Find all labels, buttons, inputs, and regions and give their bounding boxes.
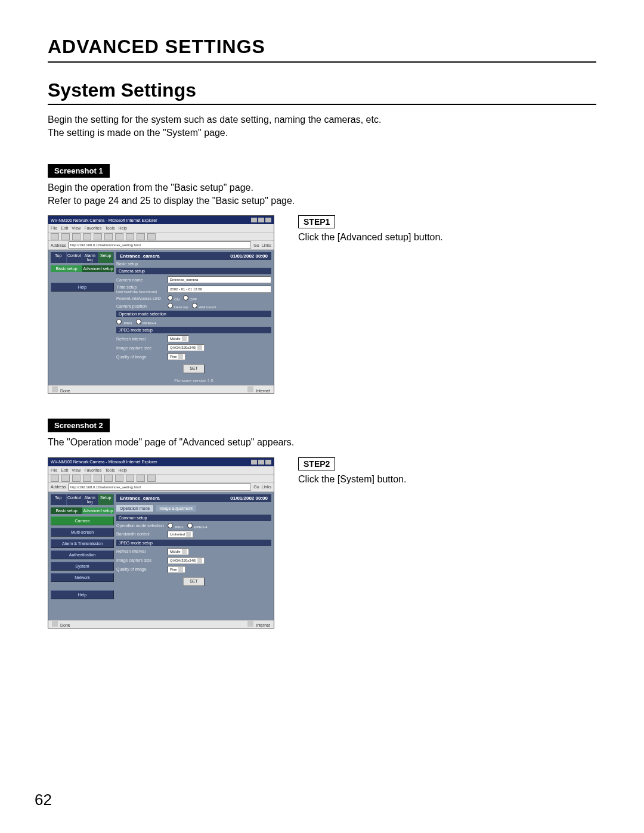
quality-select[interactable]: Fine — [168, 566, 185, 573]
screenshot-2-window: WV-NM100 Network Camera - Microsoft Inte… — [48, 457, 274, 628]
links-label[interactable]: Links — [262, 243, 271, 247]
go-button[interactable]: Go — [253, 243, 259, 247]
refresh-select[interactable]: Middle — [168, 548, 189, 555]
opmode-jpeg-radio[interactable]: JPEG — [168, 523, 184, 529]
forward-icon[interactable] — [61, 475, 70, 482]
menu-help[interactable]: Help — [119, 468, 127, 472]
minimize-icon[interactable] — [251, 460, 257, 465]
subtab-operation-mode[interactable]: Operation mode — [116, 505, 153, 512]
maximize-icon[interactable] — [258, 218, 264, 222]
firmware-version: Firmware version 1.0 — [116, 379, 271, 383]
refresh-select[interactable]: Middle — [168, 335, 189, 342]
tab-advanced-setup[interactable]: Advanced setup — [82, 265, 114, 272]
sidebar-item-help[interactable]: Help — [51, 590, 114, 599]
screenshot-1-desc-2: Refer to page 24 and 25 to display the "… — [48, 196, 295, 206]
opmode-mpeg4-radio[interactable]: MPEG-4 — [136, 319, 156, 325]
tab-alarmlog[interactable]: Alarm log — [82, 494, 98, 505]
refresh-icon[interactable] — [83, 233, 91, 240]
menu-view[interactable]: View — [72, 468, 80, 472]
sidebar-item-camera[interactable]: Camera — [51, 516, 114, 525]
led-on-radio[interactable]: ON — [168, 295, 179, 301]
refresh-icon[interactable] — [83, 475, 91, 482]
menu-edit[interactable]: Edit — [61, 468, 68, 472]
time-setup-field[interactable]: 2002 - 01 - 01 12:00 — [168, 286, 271, 293]
stop-icon[interactable] — [72, 233, 80, 240]
favorites-icon[interactable] — [115, 233, 123, 240]
address-input[interactable]: http://192.168.0.10/admin/index_setting.… — [69, 484, 252, 491]
stop-icon[interactable] — [72, 475, 80, 482]
status-internet: Internet — [256, 623, 270, 627]
menu-view[interactable]: View — [72, 226, 80, 230]
home-icon[interactable] — [94, 233, 102, 240]
maximize-icon[interactable] — [258, 460, 264, 465]
set-button[interactable]: SET — [183, 364, 205, 373]
menu-help[interactable]: Help — [119, 226, 127, 230]
tab-control[interactable]: Control — [67, 252, 83, 263]
address-input[interactable]: http://192.168.0.10/admin/index_setting.… — [69, 241, 252, 249]
bandwidth-select[interactable]: Unlimited — [168, 531, 193, 538]
screenshot-1-desc-1: Begin the operation from the "Basic setu… — [48, 182, 253, 193]
menu-favorites[interactable]: Favorites — [84, 226, 101, 230]
sidebar-item-help[interactable]: Help — [51, 283, 114, 292]
sidebar-item-alarm[interactable]: Alarm & Transmission — [51, 539, 114, 548]
position-desktop-radio[interactable]: Desk top — [168, 303, 188, 309]
opmode-jpeg-radio[interactable]: JPEG — [116, 319, 132, 325]
forward-icon[interactable] — [61, 233, 70, 240]
status-done: Done — [60, 623, 70, 627]
quality-select[interactable]: Fine — [168, 353, 185, 360]
menu-file[interactable]: File — [51, 226, 57, 230]
capsize-select[interactable]: QVGA(320x240) — [168, 557, 205, 564]
tab-setup[interactable]: Setup — [98, 494, 114, 505]
camera-name-field[interactable]: Entrance_camera — [168, 276, 271, 283]
capsize-select[interactable]: QVGA(320x240) — [168, 344, 205, 351]
tab-top[interactable]: Top — [51, 494, 67, 505]
go-button[interactable]: Go — [253, 485, 259, 489]
sidebar-item-network[interactable]: Network — [51, 573, 114, 582]
sidebar-item-authentication[interactable]: Authentication — [51, 550, 114, 559]
close-icon[interactable] — [265, 460, 271, 465]
section-common-setup: Common setup — [116, 515, 271, 521]
back-icon[interactable] — [51, 475, 59, 482]
search-icon[interactable] — [104, 475, 113, 482]
tab-alarmlog[interactable]: Alarm log — [82, 252, 98, 263]
mail-icon[interactable] — [137, 233, 145, 240]
tab-basic-setup[interactable]: Basic setup — [51, 265, 82, 272]
links-label[interactable]: Links — [262, 485, 271, 489]
toolbar — [48, 232, 274, 241]
history-icon[interactable] — [126, 233, 134, 240]
menu-favorites[interactable]: Favorites — [84, 468, 101, 472]
close-icon[interactable] — [265, 218, 271, 222]
sidebar-item-system[interactable]: System — [51, 562, 114, 571]
search-icon[interactable] — [104, 233, 113, 240]
minimize-icon[interactable] — [251, 218, 257, 222]
mail-icon[interactable] — [137, 475, 145, 482]
tab-basic-setup[interactable]: Basic setup — [51, 507, 82, 514]
home-icon[interactable] — [94, 475, 102, 482]
menu-edit[interactable]: Edit — [61, 226, 68, 230]
set-button[interactable]: SET — [183, 577, 205, 586]
position-wall-radio[interactable]: Wall mount — [192, 303, 216, 309]
chevron-down-icon — [197, 558, 202, 563]
print-icon[interactable] — [147, 233, 156, 240]
quality-value: Fine — [170, 566, 177, 572]
print-icon[interactable] — [147, 475, 156, 482]
step-2-label: STEP2 — [298, 457, 335, 470]
menu-file[interactable]: File — [51, 468, 57, 472]
tab-control[interactable]: Control — [67, 494, 83, 505]
back-icon[interactable] — [51, 233, 59, 240]
status-done: Done — [60, 389, 70, 393]
menu-tools[interactable]: Tools — [105, 226, 114, 230]
page-title: ADVANCED SETTINGS — [48, 36, 596, 58]
tab-advanced-setup[interactable]: Advanced setup — [82, 507, 114, 514]
page-number: 62 — [35, 791, 52, 809]
menu-tools[interactable]: Tools — [105, 468, 114, 472]
history-icon[interactable] — [126, 475, 134, 482]
favorites-icon[interactable] — [115, 475, 123, 482]
tab-top[interactable]: Top — [51, 252, 67, 263]
sidebar-item-multiscreen[interactable]: Multi-screen — [51, 528, 114, 537]
subtitle-rule — [48, 104, 596, 105]
tab-setup[interactable]: Setup — [98, 252, 114, 263]
opmode-mpeg4-radio[interactable]: MPEG-4 — [187, 523, 208, 529]
subtab-image-adjustment[interactable]: Image adjustment — [156, 505, 196, 512]
led-off-radio[interactable]: OFF — [183, 295, 197, 301]
